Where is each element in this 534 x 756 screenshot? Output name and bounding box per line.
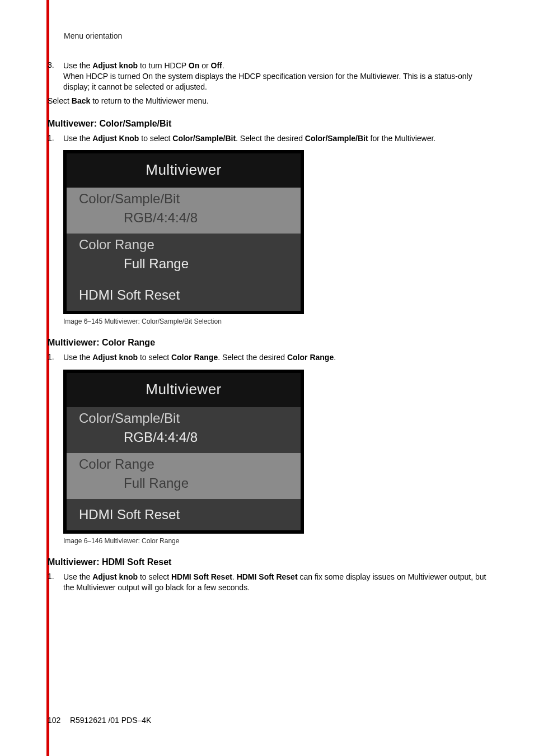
figure-caption: Image 6–145 Multiviewer: Color/Sample/Bi… bbox=[63, 318, 486, 325]
text: to return to the Multiviewer menu. bbox=[90, 96, 209, 105]
figure: Multiviewer Color/Sample/Bit RGB/4:4:4/8… bbox=[63, 370, 486, 545]
menu-value: Full Range bbox=[79, 472, 292, 497]
text: to select bbox=[138, 572, 171, 581]
section-heading: Multiviewer: HDMI Soft Reset bbox=[48, 557, 486, 567]
doc-id: R5912621 /01 PDS–4K bbox=[70, 716, 152, 725]
device-screen: Multiviewer Color/Sample/Bit RGB/4:4:4/8… bbox=[63, 150, 304, 314]
list-number: 1. bbox=[48, 133, 63, 144]
page-body: 3. Use the Adjust knob to turn HDCP On o… bbox=[48, 60, 486, 595]
page-number: 102 bbox=[48, 716, 68, 725]
device-screen: Multiviewer Color/Sample/Bit RGB/4:4:4/8… bbox=[63, 370, 304, 534]
list-item: 1. Use the Adjust knob to select Color R… bbox=[48, 352, 486, 363]
list-number: 1. bbox=[48, 572, 63, 593]
menu-value: Full Range bbox=[79, 253, 292, 277]
page: Menu orientation 3. Use the Adjust knob … bbox=[0, 0, 534, 756]
text: to turn HDCP bbox=[138, 61, 189, 70]
menu-row-hdmi-soft-reset: HDMI Soft Reset bbox=[67, 499, 301, 530]
text: for the Multiviewer. bbox=[368, 134, 436, 143]
menu-label: Color/Sample/Bit bbox=[79, 191, 292, 207]
text: When HDCP is turned On the system displa… bbox=[63, 72, 472, 91]
bold-text: Color Range bbox=[287, 353, 334, 362]
menu-row-hdmi-soft-reset: HDMI Soft Reset bbox=[67, 279, 301, 311]
menu-label: Color/Sample/Bit bbox=[79, 410, 292, 426]
menu-label: Color Range bbox=[79, 237, 292, 253]
bold-text: Off bbox=[211, 61, 222, 70]
menu-row-color-range: Color Range Full Range bbox=[67, 453, 301, 499]
header-section: Menu orientation bbox=[64, 31, 122, 40]
bold-text: Adjust Knob bbox=[92, 134, 139, 143]
menu-row-color-sample-bit: Color/Sample/Bit RGB/4:4:4/8 bbox=[67, 407, 301, 453]
text: Use the bbox=[63, 134, 92, 143]
text: . Select the desired bbox=[218, 353, 287, 362]
paragraph: Select Back to return to the Multiviewer… bbox=[48, 96, 486, 106]
text: Select bbox=[48, 96, 72, 105]
text: . Select the desired bbox=[236, 134, 305, 143]
footer: 102 R5912621 /01 PDS–4K bbox=[48, 716, 151, 725]
text: Use the bbox=[63, 353, 92, 362]
text: . bbox=[222, 61, 224, 70]
text: . bbox=[334, 353, 336, 362]
list-item: 1. Use the Adjust knob to select HDMI So… bbox=[48, 572, 486, 593]
figure-caption: Image 6–146 Multiviewer: Color Range bbox=[63, 537, 486, 545]
text: Use the bbox=[63, 61, 92, 70]
bold-text: Back bbox=[72, 96, 90, 105]
text: to select bbox=[139, 134, 172, 143]
list-item: 3. Use the Adjust knob to turn HDCP On o… bbox=[48, 60, 486, 92]
list-text: Use the Adjust Knob to select Color/Samp… bbox=[63, 133, 435, 144]
menu-label: HDMI Soft Reset bbox=[79, 502, 292, 528]
screen-title: Multiviewer bbox=[67, 153, 301, 188]
menu-row-color-range: Color Range Full Range bbox=[67, 234, 301, 279]
bold-text: On bbox=[189, 61, 199, 70]
bold-text: Adjust knob bbox=[92, 353, 138, 362]
bold-text: HDMI Soft Reset bbox=[237, 572, 298, 581]
bold-text: Color Range bbox=[171, 353, 218, 362]
list-number: 3. bbox=[48, 60, 63, 92]
screen-title: Multiviewer bbox=[67, 373, 301, 407]
list-text: Use the Adjust knob to select HDMI Soft … bbox=[63, 572, 486, 593]
section-heading: Multiviewer: Color Range bbox=[48, 338, 486, 348]
menu-value: RGB/4:4:4/8 bbox=[79, 426, 292, 451]
bold-text: HDMI Soft Reset bbox=[171, 572, 232, 581]
menu-label: Color Range bbox=[79, 456, 292, 472]
text: or bbox=[199, 61, 210, 70]
bold-text: Color/Sample/Bit bbox=[172, 134, 236, 143]
bold-text: Adjust knob bbox=[92, 61, 138, 70]
menu-label: HDMI Soft Reset bbox=[79, 283, 292, 309]
text: to select bbox=[138, 353, 171, 362]
menu-row-color-sample-bit: Color/Sample/Bit RGB/4:4:4/8 bbox=[67, 188, 301, 234]
list-text: Use the Adjust knob to select Color Rang… bbox=[63, 352, 336, 363]
list-text: Use the Adjust knob to turn HDCP On or O… bbox=[63, 60, 486, 92]
list-item: 1. Use the Adjust Knob to select Color/S… bbox=[48, 133, 486, 144]
menu-value: RGB/4:4:4/8 bbox=[79, 207, 292, 231]
figure: Multiviewer Color/Sample/Bit RGB/4:4:4/8… bbox=[63, 150, 486, 325]
bold-text: Color/Sample/Bit bbox=[305, 134, 368, 143]
text: . bbox=[232, 572, 237, 581]
text: Use the bbox=[63, 572, 92, 581]
section-heading: Multivewer: Color/Sample/Bit bbox=[48, 119, 486, 129]
bold-text: Adjust knob bbox=[92, 572, 138, 581]
list-number: 1. bbox=[48, 352, 63, 363]
